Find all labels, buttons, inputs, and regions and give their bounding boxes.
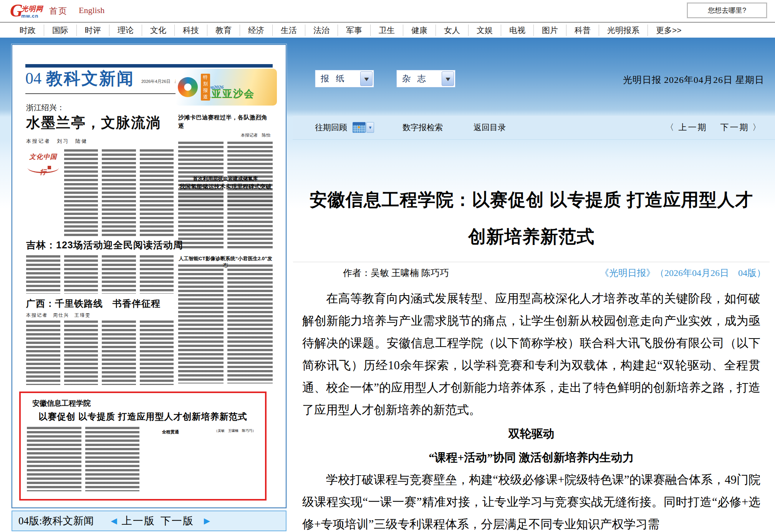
hydrogen-body-columns — [178, 195, 273, 249]
paragraph: 在高等教育向内涵式发展转型、应用型高校深化人才培养改革的关键阶段，如何破解创新能… — [302, 287, 760, 421]
nav-item[interactable]: 更多>> — [648, 25, 690, 36]
article-source[interactable]: 《光明日报》（2026年04月26日 04版） — [600, 267, 766, 279]
culture-china-stamp: 文化中国行 — [26, 149, 60, 175]
english-link[interactable]: English — [79, 5, 104, 15]
nav-item[interactable]: 电视 — [501, 25, 534, 36]
next-issue-link[interactable]: 下一期 〉 — [720, 122, 762, 133]
guangxi-body-columns — [26, 321, 174, 385]
nav-item[interactable]: 科技 — [175, 25, 207, 36]
prev-page-link[interactable]: 上一版 — [122, 514, 155, 528]
guangxi-byline: 本报记者 周仕兴 王瑾雯 — [26, 312, 91, 319]
page-number: 04 — [25, 69, 41, 87]
highlighted-article-box[interactable]: 安徽信息工程学院 以赛促创 以专提质 打造应用型人才创新培养新范式 全程贯通 （… — [19, 392, 267, 501]
highlight-body-columns: 全程贯通 （吴敏 王啸楠 陈巧巧） — [27, 427, 256, 491]
past-issues-link[interactable]: 往期回顾 — [315, 122, 347, 133]
current-page-label: 04版:教科文新闻 — [18, 514, 94, 528]
highlight-subhead: 全程贯通 — [143, 429, 198, 435]
page-nav-bar: 04版:教科文新闻 ◀ 上一版 下一版 ▶ — [12, 511, 286, 531]
nav-item[interactable]: 光明报系 — [599, 25, 648, 36]
hydrogen-headline: 我国氢能储运技术实现里程碑式突破 — [178, 183, 273, 190]
section-heading: “课程+活动”协同 激活创新培养内生动力 — [302, 446, 760, 469]
chevron-down-icon[interactable]: ▼ — [442, 71, 454, 86]
ai-ct-body-columns — [178, 264, 273, 383]
reader-toolbar: 往期回顾 ▼ 数字报检索 返回目录 〈 上一期 下一期 〉 — [293, 115, 775, 140]
article-panel: 安徽信息工程学院：以赛促创 以专提质 打造应用型人才 创新培养新范式 作者：吴敏… — [293, 166, 770, 532]
nav-item[interactable]: 文化 — [142, 25, 175, 36]
nav-item[interactable]: 科普 — [566, 25, 599, 36]
paragraph: 学校打破课程与竞赛壁垒，构建“校级必修课+院级特色课”的课赛融合体系，49门院级… — [302, 469, 760, 532]
nav-item[interactable]: 女人 — [436, 25, 469, 36]
nav-item[interactable]: 卫生 — [371, 25, 403, 36]
gmw-logo-cn: 光明网 — [21, 4, 43, 13]
section-heading: 双轮驱动 — [302, 423, 760, 445]
guangxi-headline: 广西：千里铁路线 书香伴征程 — [26, 297, 161, 310]
nav-item[interactable]: 经济 — [240, 25, 273, 36]
article-title: 安徽信息工程学院：以赛促创 以专提质 打造应用型人才 创新培养新范式 — [293, 181, 770, 255]
lanting-headline: 水墨兰亭，文脉流淌 — [26, 113, 161, 132]
article-body: 在高等教育向内涵式发展转型、应用型高校深化人才培养改革的关键阶段，如何破解创新能… — [293, 287, 770, 532]
next-page-arrow-icon[interactable]: ▶ — [204, 516, 210, 526]
page-header-bar — [25, 64, 273, 68]
gmw-logo-domain: mw.cn — [21, 13, 43, 19]
prev-issue-link[interactable]: 〈 上一期 — [666, 122, 707, 133]
calendar-dropdown-icon[interactable]: ▼ — [366, 122, 374, 133]
nav-item[interactable]: 法治 — [305, 25, 338, 36]
nav-item[interactable]: 生活 — [273, 25, 305, 36]
chevron-down-icon[interactable]: ▼ — [360, 71, 373, 86]
search-input[interactable]: 您想去哪里? — [687, 3, 767, 18]
kabaddi-headline: 沙滩卡巴迪赛程过半，各队激烈角逐 — [178, 113, 273, 130]
calendar-icon[interactable] — [353, 122, 366, 133]
nav-item[interactable]: 图片 — [534, 25, 566, 36]
lanting-kicker: 浙江绍兴： — [26, 102, 65, 113]
highlight-headline: 以赛促创 以专提质 打造应用型人才创新培养新范式 — [21, 411, 265, 423]
main-nav: 时政国际时评理论文化科技教育经济生活法治军事卫生健康女人文娱电视图片科普光明报系… — [0, 22, 775, 38]
nav-item[interactable]: 教育 — [207, 25, 240, 36]
digital-search-link[interactable]: 数字报检索 — [402, 122, 443, 133]
article-author: 作者：吴敏 王啸楠 陈巧巧 — [343, 267, 449, 279]
paper-select-value: 报 纸 — [315, 73, 347, 84]
sanya-swirl-icon — [178, 77, 198, 97]
hydrogen-kicker: 首次利用层状盐岩建成储氢库 — [178, 175, 273, 182]
nav-item[interactable]: 文娱 — [469, 25, 501, 36]
sanya-games-logo: 三亚亚沙会 Sanya2026 特别报道 — [176, 69, 277, 106]
gmw-logo[interactable]: G 光明网 mw.cn — [10, 2, 43, 20]
newspaper-page-image[interactable]: 04 教科文新闻 2026年4月26日 星期日 责任编辑：吴潇怡、王哲 光明日报… — [12, 44, 286, 508]
nav-item[interactable]: 军事 — [338, 25, 371, 36]
nav-item[interactable]: 健康 — [403, 25, 436, 36]
home-link[interactable]: 首页 — [49, 5, 68, 17]
nav-item[interactable]: 国际 — [44, 25, 77, 36]
magazine-select-value: 杂 志 — [397, 73, 428, 84]
highlight-signature: （吴敏 王啸楠 陈巧巧） — [202, 428, 256, 433]
nav-item[interactable]: 时政 — [12, 25, 44, 36]
nav-item[interactable]: 理论 — [109, 25, 142, 36]
paper-select[interactable]: 报 纸 ▼ — [315, 70, 374, 88]
lanting-body-columns: 文化中国行 — [26, 149, 174, 237]
back-to-contents-link[interactable]: 返回目录 — [474, 122, 506, 133]
divider — [293, 262, 770, 262]
issue-date: 光明日报 2026年04月26日 星期日 — [623, 74, 764, 86]
jilin-headline: 吉林：123场活动迎全民阅读活动周 — [26, 239, 183, 251]
magazine-select[interactable]: 杂 志 ▼ — [396, 70, 455, 88]
jilin-body-columns — [26, 255, 174, 294]
highlight-kicker: 安徽信息工程学院 — [32, 398, 91, 408]
site-header: G 光明网 mw.cn 首页 English 您想去哪里? — [0, 0, 775, 22]
lanting-byline: 本报记者 刘习 陆健 — [26, 138, 88, 145]
kabaddi-byline: 本报记者 陈怡 — [178, 132, 270, 138]
next-page-link[interactable]: 下一版 — [161, 514, 194, 528]
prev-page-arrow-icon[interactable]: ◀ — [111, 516, 117, 526]
page-section-title: 教科文新闻 — [46, 69, 134, 87]
nav-item[interactable]: 时评 — [77, 25, 109, 36]
